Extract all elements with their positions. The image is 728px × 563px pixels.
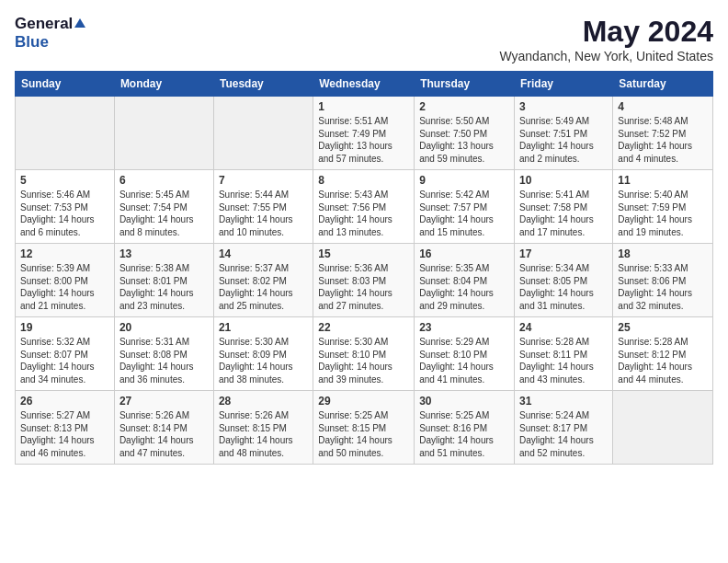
cell-content: Sunrise: 5:40 AM Sunset: 7:59 PM Dayligh… bbox=[618, 189, 708, 238]
calendar-week-row: 5Sunrise: 5:46 AM Sunset: 7:53 PM Daylig… bbox=[16, 170, 713, 244]
calendar-header-row: SundayMondayTuesdayWednesdayThursdayFrid… bbox=[16, 72, 713, 97]
day-number: 17 bbox=[519, 247, 608, 260]
day-number: 5 bbox=[20, 174, 109, 187]
cell-content: Sunrise: 5:25 AM Sunset: 8:15 PM Dayligh… bbox=[318, 409, 409, 459]
cell-content: Sunrise: 5:34 AM Sunset: 8:05 PM Dayligh… bbox=[519, 262, 608, 312]
cell-content: Sunrise: 5:50 AM Sunset: 7:50 PM Dayligh… bbox=[419, 115, 509, 165]
day-number: 16 bbox=[419, 247, 509, 260]
day-number: 31 bbox=[519, 395, 608, 408]
day-of-week-header: Wednesday bbox=[313, 72, 415, 97]
cell-content: Sunrise: 5:49 AM Sunset: 7:51 PM Dayligh… bbox=[519, 115, 608, 165]
calendar-cell: 27Sunrise: 5:26 AM Sunset: 8:14 PM Dayli… bbox=[114, 391, 213, 465]
cell-content: Sunrise: 5:30 AM Sunset: 8:09 PM Dayligh… bbox=[219, 336, 308, 385]
day-number: 10 bbox=[519, 174, 608, 187]
calendar-cell: 12Sunrise: 5:39 AM Sunset: 8:00 PM Dayli… bbox=[16, 244, 115, 317]
day-number: 1 bbox=[318, 100, 409, 113]
logo-triangle-icon bbox=[74, 18, 85, 29]
day-number: 23 bbox=[419, 321, 509, 334]
day-number: 7 bbox=[219, 174, 308, 187]
calendar-cell: 29Sunrise: 5:25 AM Sunset: 8:15 PM Dayli… bbox=[313, 391, 415, 465]
cell-content: Sunrise: 5:33 AM Sunset: 8:06 PM Dayligh… bbox=[618, 262, 708, 312]
calendar-cell: 31Sunrise: 5:24 AM Sunset: 8:17 PM Dayli… bbox=[515, 391, 613, 465]
day-number: 4 bbox=[618, 100, 708, 113]
calendar-cell: 18Sunrise: 5:33 AM Sunset: 8:06 PM Dayli… bbox=[613, 244, 713, 317]
calendar-cell: 23Sunrise: 5:29 AM Sunset: 8:10 PM Dayli… bbox=[415, 317, 515, 391]
cell-content: Sunrise: 5:44 AM Sunset: 7:55 PM Dayligh… bbox=[219, 189, 308, 238]
cell-content: Sunrise: 5:24 AM Sunset: 8:17 PM Dayligh… bbox=[519, 409, 608, 459]
calendar-cell: 3Sunrise: 5:49 AM Sunset: 7:51 PM Daylig… bbox=[515, 97, 613, 170]
cell-content: Sunrise: 5:26 AM Sunset: 8:15 PM Dayligh… bbox=[219, 409, 308, 459]
day-number: 15 bbox=[318, 247, 409, 260]
calendar-cell: 30Sunrise: 5:25 AM Sunset: 8:16 PM Dayli… bbox=[415, 391, 515, 465]
calendar-cell: 10Sunrise: 5:41 AM Sunset: 7:58 PM Dayli… bbox=[515, 170, 613, 244]
cell-content: Sunrise: 5:48 AM Sunset: 7:52 PM Dayligh… bbox=[618, 115, 708, 165]
cell-content: Sunrise: 5:39 AM Sunset: 8:00 PM Dayligh… bbox=[20, 262, 109, 312]
day-number: 2 bbox=[419, 100, 509, 113]
cell-content: Sunrise: 5:36 AM Sunset: 8:03 PM Dayligh… bbox=[318, 262, 409, 312]
calendar-cell bbox=[213, 97, 313, 170]
day-number: 14 bbox=[219, 247, 308, 260]
day-of-week-header: Tuesday bbox=[213, 72, 313, 97]
calendar-cell bbox=[613, 391, 713, 465]
day-number: 19 bbox=[20, 321, 109, 334]
calendar-week-row: 19Sunrise: 5:32 AM Sunset: 8:07 PM Dayli… bbox=[16, 317, 713, 391]
day-of-week-header: Sunday bbox=[16, 72, 115, 97]
cell-content: Sunrise: 5:28 AM Sunset: 8:11 PM Dayligh… bbox=[519, 336, 608, 385]
calendar-cell: 1Sunrise: 5:51 AM Sunset: 7:49 PM Daylig… bbox=[313, 97, 415, 170]
logo-general-text: General bbox=[15, 15, 73, 33]
day-of-week-header: Thursday bbox=[415, 72, 515, 97]
day-number: 8 bbox=[318, 174, 409, 187]
calendar-week-row: 12Sunrise: 5:39 AM Sunset: 8:00 PM Dayli… bbox=[16, 244, 713, 317]
calendar-week-row: 26Sunrise: 5:27 AM Sunset: 8:13 PM Dayli… bbox=[16, 391, 713, 465]
calendar-cell: 28Sunrise: 5:26 AM Sunset: 8:15 PM Dayli… bbox=[213, 391, 313, 465]
day-number: 25 bbox=[618, 321, 708, 334]
day-number: 3 bbox=[519, 100, 608, 113]
calendar-cell: 15Sunrise: 5:36 AM Sunset: 8:03 PM Dayli… bbox=[313, 244, 415, 317]
cell-content: Sunrise: 5:28 AM Sunset: 8:12 PM Dayligh… bbox=[618, 336, 708, 385]
cell-content: Sunrise: 5:27 AM Sunset: 8:13 PM Dayligh… bbox=[20, 409, 109, 459]
svg-marker-0 bbox=[74, 18, 85, 28]
calendar-cell: 26Sunrise: 5:27 AM Sunset: 8:13 PM Dayli… bbox=[16, 391, 115, 465]
calendar-cell: 11Sunrise: 5:40 AM Sunset: 7:59 PM Dayli… bbox=[613, 170, 713, 244]
calendar-cell bbox=[114, 97, 213, 170]
day-number: 26 bbox=[20, 395, 109, 408]
cell-content: Sunrise: 5:29 AM Sunset: 8:10 PM Dayligh… bbox=[419, 336, 509, 385]
day-number: 12 bbox=[20, 247, 109, 260]
day-number: 13 bbox=[119, 247, 209, 260]
day-of-week-header: Friday bbox=[515, 72, 613, 97]
day-number: 30 bbox=[419, 395, 509, 408]
calendar-cell: 13Sunrise: 5:38 AM Sunset: 8:01 PM Dayli… bbox=[114, 244, 213, 317]
month-title: May 2024 bbox=[499, 15, 713, 49]
calendar-cell: 8Sunrise: 5:43 AM Sunset: 7:56 PM Daylig… bbox=[313, 170, 415, 244]
calendar-cell: 22Sunrise: 5:30 AM Sunset: 8:10 PM Dayli… bbox=[313, 317, 415, 391]
page-header: General Blue May 2024 Wyandanch, New Yor… bbox=[15, 15, 713, 63]
cell-content: Sunrise: 5:41 AM Sunset: 7:58 PM Dayligh… bbox=[519, 189, 608, 238]
day-number: 21 bbox=[219, 321, 308, 334]
day-number: 27 bbox=[119, 395, 209, 408]
day-number: 28 bbox=[219, 395, 308, 408]
cell-content: Sunrise: 5:46 AM Sunset: 7:53 PM Dayligh… bbox=[20, 189, 109, 238]
day-number: 9 bbox=[419, 174, 509, 187]
calendar-cell: 9Sunrise: 5:42 AM Sunset: 7:57 PM Daylig… bbox=[415, 170, 515, 244]
day-of-week-header: Saturday bbox=[613, 72, 713, 97]
calendar-cell: 5Sunrise: 5:46 AM Sunset: 7:53 PM Daylig… bbox=[16, 170, 115, 244]
cell-content: Sunrise: 5:42 AM Sunset: 7:57 PM Dayligh… bbox=[419, 189, 509, 238]
day-of-week-header: Monday bbox=[114, 72, 213, 97]
day-number: 11 bbox=[618, 174, 708, 187]
calendar-cell bbox=[16, 97, 115, 170]
calendar-cell: 20Sunrise: 5:31 AM Sunset: 8:08 PM Dayli… bbox=[114, 317, 213, 391]
calendar-cell: 24Sunrise: 5:28 AM Sunset: 8:11 PM Dayli… bbox=[515, 317, 613, 391]
calendar-cell: 4Sunrise: 5:48 AM Sunset: 7:52 PM Daylig… bbox=[613, 97, 713, 170]
calendar-cell: 2Sunrise: 5:50 AM Sunset: 7:50 PM Daylig… bbox=[415, 97, 515, 170]
title-area: May 2024 Wyandanch, New York, United Sta… bbox=[499, 15, 713, 63]
calendar-cell: 16Sunrise: 5:35 AM Sunset: 8:04 PM Dayli… bbox=[415, 244, 515, 317]
cell-content: Sunrise: 5:31 AM Sunset: 8:08 PM Dayligh… bbox=[119, 336, 209, 385]
day-number: 18 bbox=[618, 247, 708, 260]
calendar-cell: 6Sunrise: 5:45 AM Sunset: 7:54 PM Daylig… bbox=[114, 170, 213, 244]
calendar-cell: 21Sunrise: 5:30 AM Sunset: 8:09 PM Dayli… bbox=[213, 317, 313, 391]
day-number: 24 bbox=[519, 321, 608, 334]
location-text: Wyandanch, New York, United States bbox=[499, 49, 713, 63]
cell-content: Sunrise: 5:37 AM Sunset: 8:02 PM Dayligh… bbox=[219, 262, 308, 312]
logo-blue-text: Blue bbox=[15, 33, 49, 52]
calendar-cell: 14Sunrise: 5:37 AM Sunset: 8:02 PM Dayli… bbox=[213, 244, 313, 317]
